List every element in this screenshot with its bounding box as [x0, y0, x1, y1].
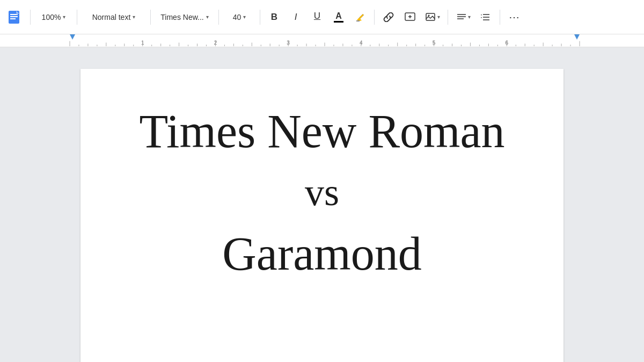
zoom-selector[interactable]: 100% ▾ — [35, 8, 72, 27]
font-size-value: 40 — [233, 13, 241, 21]
underline-button[interactable]: U — [308, 8, 327, 27]
font-arrow: ▾ — [206, 14, 209, 20]
more-options-button[interactable]: ⋯ — [504, 8, 524, 27]
style-selector[interactable]: Normal text ▾ — [82, 8, 146, 27]
image-icon — [426, 12, 436, 22]
separator-4 — [218, 10, 219, 25]
link-button[interactable] — [379, 8, 398, 27]
insert-comment-button[interactable] — [400, 8, 420, 27]
ruler-canvas — [0, 34, 644, 47]
text-color-button[interactable]: A — [329, 8, 348, 27]
separator-7 — [448, 10, 448, 25]
separator-8 — [500, 10, 500, 25]
bold-label: B — [271, 12, 277, 23]
font-selector[interactable]: Times New... ▾ — [155, 8, 214, 27]
svg-rect-3 — [10, 18, 16, 19]
alignment-button[interactable]: ▾ — [452, 8, 474, 27]
doc-line-times-new-roman[interactable]: Times New Roman — [123, 101, 521, 162]
text-color-indicator — [334, 21, 343, 23]
text-color-label: A — [335, 12, 342, 20]
style-value: Normal text — [92, 13, 131, 21]
document-area[interactable]: Times New Roman vs Garamond — [0, 47, 644, 362]
separator-1 — [30, 10, 31, 25]
separator-6 — [374, 10, 375, 25]
doc-line-vs[interactable]: vs — [123, 168, 521, 218]
comment-icon — [405, 12, 415, 22]
svg-point-9 — [428, 15, 429, 16]
toolbar: 100% ▾ Normal text ▾ Times New... ▾ 40 ▾… — [0, 0, 644, 34]
style-arrow: ▾ — [133, 14, 135, 20]
document-content[interactable]: Times New Roman vs Garamond — [123, 101, 521, 285]
underline-label: U — [314, 11, 320, 21]
image-dropdown-arrow: ▾ — [437, 14, 440, 20]
line-spacing-button[interactable] — [476, 8, 495, 27]
italic-button[interactable]: I — [286, 8, 305, 27]
separator-2 — [77, 10, 77, 25]
bold-button[interactable]: B — [265, 8, 284, 27]
insert-image-button[interactable]: ▾ — [422, 8, 443, 27]
font-value: Times New... — [160, 13, 203, 21]
separator-5 — [260, 10, 260, 25]
alignment-dropdown-arrow: ▾ — [468, 14, 471, 20]
app-logo — [4, 8, 24, 27]
highlight-icon — [355, 12, 365, 22]
line-spacing-icon — [480, 12, 491, 22]
doc-line-garamond[interactable]: Garamond — [123, 223, 521, 285]
link-icon — [383, 12, 394, 22]
svg-rect-4 — [356, 20, 360, 21]
ruler — [0, 34, 644, 47]
svg-rect-2 — [10, 16, 18, 17]
zoom-arrow: ▾ — [63, 14, 65, 20]
alignment-icon — [456, 12, 467, 22]
highlight-button[interactable] — [350, 8, 370, 27]
document-page[interactable]: Times New Roman vs Garamond — [80, 69, 564, 362]
fontsize-arrow: ▾ — [243, 14, 246, 20]
italic-label: I — [295, 12, 297, 23]
separator-3 — [150, 10, 151, 25]
more-options-label: ⋯ — [509, 11, 520, 24]
zoom-value: 100% — [42, 13, 61, 21]
svg-rect-1 — [10, 14, 18, 15]
font-size-selector[interactable]: 40 ▾ — [223, 8, 255, 27]
